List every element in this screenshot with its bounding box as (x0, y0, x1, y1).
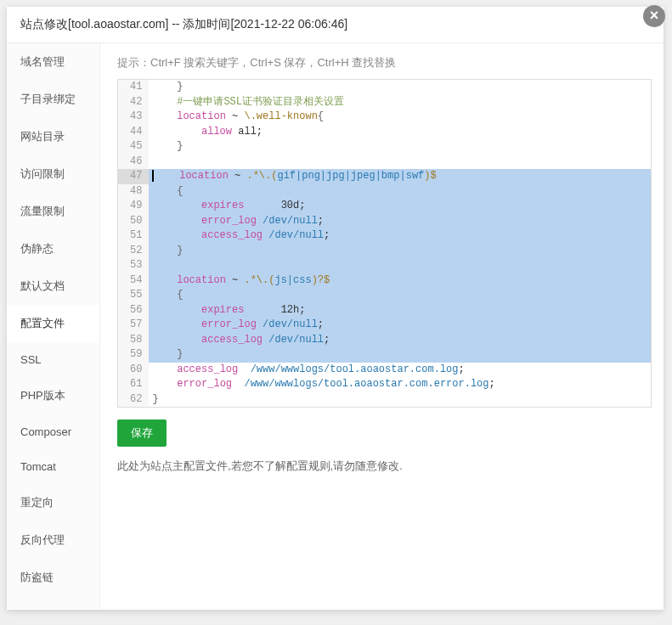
line-number: 42 (118, 95, 149, 110)
code-line[interactable]: expires 12h; (149, 303, 651, 318)
code-line[interactable]: { (149, 184, 651, 200)
site-config-modal: × 站点修改[tool.aoaostar.com] -- 添加时间[2021-1… (7, 7, 664, 610)
code-line[interactable]: allow all; (149, 125, 651, 140)
line-number: 55 (118, 288, 149, 303)
close-button[interactable]: × (643, 5, 665, 27)
editor-hint: 提示：Ctrl+F 搜索关键字，Ctrl+S 保存，Ctrl+H 查找替换 (117, 55, 652, 70)
main-panel: 提示：Ctrl+F 搜索关键字，Ctrl+S 保存，Ctrl+H 查找替换 41… (100, 43, 664, 609)
line-number: 46 (118, 155, 149, 170)
code-line[interactable]: access_log /dev/null; (149, 333, 651, 348)
line-number: 61 (118, 377, 149, 392)
sidebar-item-15[interactable]: 网站日志 (7, 596, 99, 609)
code-line[interactable]: error_log /dev/null; (149, 214, 651, 229)
code-line[interactable]: location ~ \.well-known{ (149, 110, 651, 125)
code-line[interactable]: access_log /www/wwwlogs/tool.aoaostar.co… (149, 363, 651, 378)
code-line[interactable]: location ~ .*\.(js|css)?$ (149, 273, 651, 289)
sidebar-item-14[interactable]: 防盗链 (7, 559, 99, 596)
line-number: 58 (118, 333, 149, 348)
code-line[interactable]: } (149, 80, 651, 95)
sidebar-item-4[interactable]: 流量限制 (7, 193, 99, 230)
sidebar-item-8[interactable]: SSL (7, 342, 99, 377)
sidebar-item-9[interactable]: PHP版本 (7, 377, 99, 414)
line-number: 60 (118, 363, 149, 378)
sidebar-item-13[interactable]: 反向代理 (7, 521, 99, 559)
line-number: 54 (118, 273, 149, 289)
code-line[interactable]: { (149, 288, 651, 303)
code-line[interactable]: access_log /dev/null; (149, 228, 651, 244)
config-warning: 此处为站点主配置文件,若您不了解配置规则,请勿随意修改. (117, 459, 652, 474)
code-line[interactable] (149, 258, 651, 273)
code-line[interactable]: location ~ .*\.(gif|png|jpg|jpeg|bmp|swf… (149, 169, 651, 184)
line-number: 49 (118, 199, 149, 214)
code-line[interactable]: expires 30d; (149, 199, 651, 214)
code-area[interactable]: } #一键申请SSL证书验证目录相关设置 location ~ \.well-k… (149, 80, 651, 407)
save-button[interactable]: 保存 (117, 419, 167, 447)
line-number: 51 (118, 228, 149, 244)
line-number: 41 (118, 80, 149, 95)
sidebar: 域名管理子目录绑定网站目录访问限制流量限制伪静态默认文档配置文件SSLPHP版本… (7, 43, 100, 609)
line-number: 47 (118, 169, 149, 184)
sidebar-item-7[interactable]: 配置文件 (7, 305, 99, 342)
sidebar-item-5[interactable]: 伪静态 (7, 230, 99, 267)
line-number: 52 (118, 244, 149, 259)
line-number: 48 (118, 184, 149, 200)
line-number: 45 (118, 139, 149, 155)
line-gutter: 4142434445464748495051525354555657585960… (118, 80, 149, 407)
code-line[interactable] (149, 155, 651, 170)
sidebar-item-2[interactable]: 网站目录 (7, 118, 99, 155)
sidebar-item-11[interactable]: Tomcat (7, 449, 99, 484)
sidebar-item-6[interactable]: 默认文档 (7, 267, 99, 305)
line-number: 62 (118, 392, 149, 408)
code-line[interactable]: } (149, 392, 651, 408)
code-line[interactable]: } (149, 347, 651, 363)
code-line[interactable]: } (149, 244, 651, 259)
sidebar-item-10[interactable]: Composer (7, 414, 99, 449)
line-number: 43 (118, 110, 149, 125)
line-number: 44 (118, 125, 149, 140)
line-number: 57 (118, 318, 149, 333)
sidebar-item-12[interactable]: 重定向 (7, 484, 99, 521)
sidebar-item-0[interactable]: 域名管理 (7, 43, 99, 81)
sidebar-item-3[interactable]: 访问限制 (7, 155, 99, 193)
code-line[interactable]: error_log /www/wwwlogs/tool.aoaostar.com… (149, 377, 651, 392)
line-number: 53 (118, 258, 149, 273)
modal-title: 站点修改[tool.aoaostar.com] -- 添加时间[2021-12-… (7, 7, 664, 43)
code-line[interactable]: error_log /dev/null; (149, 318, 651, 333)
modal-body: 域名管理子目录绑定网站目录访问限制流量限制伪静态默认文档配置文件SSLPHP版本… (7, 43, 664, 609)
code-line[interactable]: } (149, 139, 651, 155)
code-line[interactable]: #一键申请SSL证书验证目录相关设置 (149, 95, 651, 110)
line-number: 59 (118, 347, 149, 363)
line-number: 56 (118, 303, 149, 318)
config-editor[interactable]: 4142434445464748495051525354555657585960… (117, 79, 652, 408)
sidebar-item-1[interactable]: 子目录绑定 (7, 81, 99, 118)
line-number: 50 (118, 214, 149, 229)
